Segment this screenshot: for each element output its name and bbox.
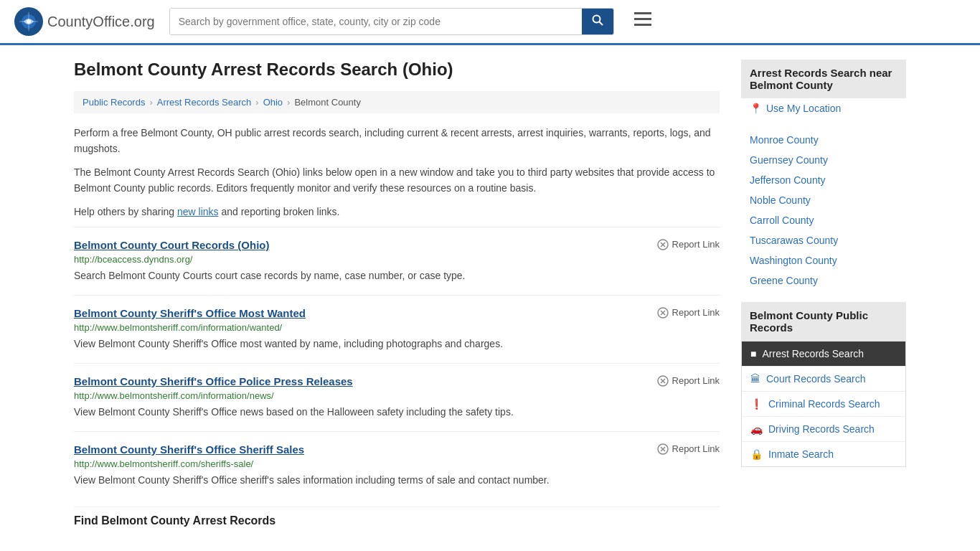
breadcrumb-arrest-records[interactable]: Arrest Records Search <box>157 97 252 108</box>
public-record-label: Arrest Records Search <box>762 348 864 359</box>
use-location-link[interactable]: 📍 Use My Location <box>741 98 906 118</box>
nearby-county-item[interactable]: Jefferson County <box>741 170 906 190</box>
breadcrumb-ohio[interactable]: Ohio <box>263 97 283 108</box>
report-icon <box>657 239 669 250</box>
record-entry: Belmont County Sheriff's Office Police P… <box>74 363 720 431</box>
record-desc: Search Belmont County Courts court case … <box>74 268 720 283</box>
use-location-item[interactable]: 📍 Use My Location <box>741 98 906 118</box>
public-record-label: Driving Records Search <box>768 423 875 435</box>
public-record-link[interactable]: ■ Arrest Records Search <box>742 342 905 366</box>
hamburger-icon <box>634 12 651 27</box>
content-area: Belmont County Arrest Records Search (Oh… <box>74 60 720 539</box>
public-record-link[interactable]: 🏛 Court Records Search <box>742 367 905 391</box>
public-record-item[interactable]: 🚗 Driving Records Search <box>742 417 905 442</box>
nearby-county-link[interactable]: Carroll County <box>741 210 906 230</box>
report-link-button[interactable]: Report Link <box>657 375 720 387</box>
public-record-item[interactable]: 🏛 Court Records Search <box>742 367 905 392</box>
records-list: Belmont County Court Records (Ohio) Repo… <box>74 227 720 499</box>
nearby-county-link[interactable]: Greene County <box>741 270 906 291</box>
public-record-item[interactable]: ■ Arrest Records Search <box>742 342 905 367</box>
nearby-county-link[interactable]: Jefferson County <box>741 170 906 190</box>
record-url: http://www.belmontsheriff.com/informatio… <box>74 390 720 401</box>
nearby-counties-list: Monroe CountyGuernsey CountyJefferson Co… <box>741 130 906 291</box>
record-url: http://bceaccess.dyndns.org/ <box>74 254 720 265</box>
search-bar <box>169 8 614 35</box>
record-type-icon: 🏛 <box>750 373 760 385</box>
nearby-county-item[interactable]: Guernsey County <box>741 150 906 170</box>
record-type-icon: ■ <box>750 348 756 359</box>
record-title-link[interactable]: Belmont County Sheriff's Office Police P… <box>74 375 353 387</box>
nearby-county-link[interactable]: Washington County <box>741 250 906 270</box>
description-3: Help others by sharing new links and rep… <box>74 204 720 220</box>
nearby-list: 📍 Use My Location <box>741 98 906 118</box>
public-record-label: Inmate Search <box>768 448 834 460</box>
logo-text: CountyOffice.org <box>47 14 155 30</box>
record-desc: View Belmont County Sheriff's Office mos… <box>74 336 720 352</box>
nearby-section-title: Arrest Records Search near Belmont Count… <box>741 60 906 98</box>
description-1: Perform a free Belmont County, OH public… <box>74 125 720 157</box>
nearby-county-link[interactable]: Guernsey County <box>741 150 906 170</box>
report-icon <box>657 307 669 319</box>
public-record-label: Criminal Records Search <box>768 398 880 410</box>
record-desc: View Belmont County Sheriff's Office new… <box>74 405 720 420</box>
public-records-list: ■ Arrest Records Search 🏛 Court Records … <box>741 341 906 467</box>
report-icon <box>657 375 669 387</box>
public-record-item[interactable]: ❗ Criminal Records Search <box>742 392 905 417</box>
svg-line-6 <box>599 22 603 26</box>
record-entry: Belmont County Sheriff's Office Most Wan… <box>74 295 720 363</box>
record-entry: Belmont County Sheriff's Office Sheriff … <box>74 431 720 499</box>
nearby-county-item[interactable]: Monroe County <box>741 130 906 150</box>
page-title: Belmont County Arrest Records Search (Oh… <box>74 60 720 80</box>
breadcrumb-public-records[interactable]: Public Records <box>83 97 145 108</box>
svg-rect-9 <box>634 24 651 26</box>
site-header: CountyOffice.org <box>0 0 980 45</box>
public-records-section-title: Belmont County Public Records <box>741 302 906 341</box>
new-links-link[interactable]: new links <box>177 206 219 217</box>
search-input[interactable] <box>170 9 582 34</box>
find-heading: Find Belmont County Arrest Records <box>74 507 720 539</box>
nearby-county-link[interactable]: Noble County <box>741 190 906 210</box>
search-icon <box>592 14 603 26</box>
report-icon <box>657 443 669 455</box>
record-type-icon: 🔒 <box>750 448 763 460</box>
nearby-county-item[interactable]: Tuscarawas County <box>741 230 906 250</box>
sidebar: Arrest Records Search near Belmont Count… <box>741 60 906 539</box>
record-url: http://www.belmontsheriff.com/informatio… <box>74 322 720 333</box>
record-title-link[interactable]: Belmont County Court Records (Ohio) <box>74 239 270 251</box>
record-title-link[interactable]: Belmont County Sheriff's Office Sheriff … <box>74 443 304 456</box>
main-container: Belmont County Arrest Records Search (Oh… <box>60 45 920 551</box>
logo-icon <box>14 7 43 36</box>
site-logo[interactable]: CountyOffice.org <box>14 7 155 36</box>
breadcrumb: Public Records › Arrest Records Search ›… <box>74 91 720 113</box>
record-type-icon: 🚗 <box>750 423 763 435</box>
breadcrumb-current: Belmont County <box>294 97 361 108</box>
report-link-button[interactable]: Report Link <box>657 443 720 455</box>
public-record-link[interactable]: ❗ Criminal Records Search <box>742 392 905 416</box>
nearby-county-link[interactable]: Tuscarawas County <box>741 230 906 250</box>
record-title-link[interactable]: Belmont County Sheriff's Office Most Wan… <box>74 307 306 319</box>
report-link-button[interactable]: Report Link <box>657 239 720 250</box>
pin-icon: 📍 <box>750 103 762 114</box>
record-type-icon: ❗ <box>750 398 763 410</box>
public-record-link[interactable]: 🚗 Driving Records Search <box>742 417 905 441</box>
svg-rect-8 <box>634 18 651 20</box>
description-2: The Belmont County Arrest Records Search… <box>74 164 720 197</box>
nearby-county-item[interactable]: Carroll County <box>741 210 906 230</box>
public-record-link[interactable]: 🔒 Inmate Search <box>742 442 905 466</box>
hamburger-menu-button[interactable] <box>628 9 657 34</box>
svg-point-5 <box>593 16 600 23</box>
record-url: http://www.belmontsheriff.com/sheriffs-s… <box>74 458 720 469</box>
search-button[interactable] <box>582 9 613 34</box>
report-link-button[interactable]: Report Link <box>657 307 720 319</box>
nearby-county-item[interactable]: Noble County <box>741 190 906 210</box>
svg-rect-7 <box>634 12 651 14</box>
public-record-label: Court Records Search <box>766 373 866 385</box>
record-entry: Belmont County Court Records (Ohio) Repo… <box>74 227 720 295</box>
nearby-county-item[interactable]: Washington County <box>741 250 906 270</box>
nearby-county-item[interactable]: Greene County <box>741 270 906 291</box>
nearby-county-link[interactable]: Monroe County <box>741 130 906 150</box>
record-desc: View Belmont County Sheriff's Office she… <box>74 473 720 488</box>
public-record-item[interactable]: 🔒 Inmate Search <box>742 442 905 466</box>
